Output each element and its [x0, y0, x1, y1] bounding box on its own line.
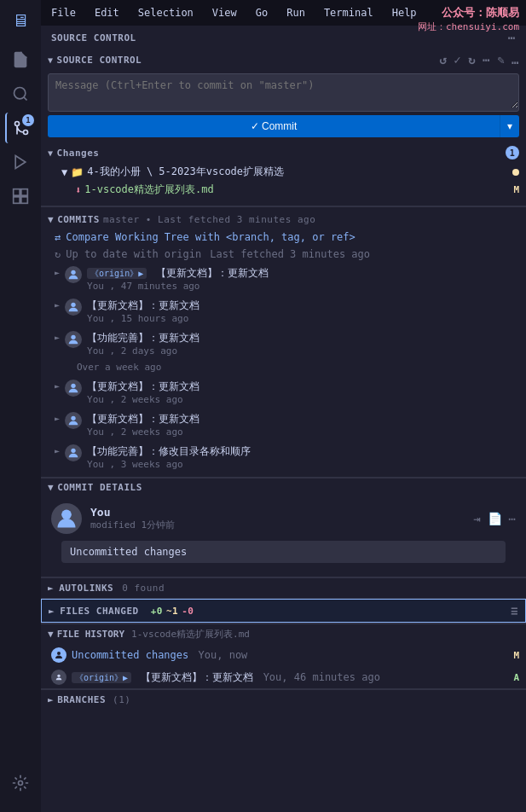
chevron-down-icon: ▼ — [48, 55, 54, 65]
changes-header[interactable]: ▼ Changes 1 — [41, 142, 526, 163]
diff-add: +0 — [151, 606, 163, 617]
svg-point-16 — [61, 510, 72, 520]
file-name: 1-vscode精选扩展列表.md — [84, 183, 213, 197]
git-lens-icon[interactable] — [5, 768, 36, 798]
up-to-date-meta: Last fetched 3 minutes ago — [210, 248, 370, 260]
search-icon[interactable] — [5, 78, 36, 109]
commit-text-3: 【功能完善】：更新文档 You , 2 days ago — [87, 331, 519, 357]
commit-text-4: 【更新文档】：更新文档 You , 2 weeks ago — [87, 380, 519, 405]
branches-header[interactable]: ► BRANCHES (1) — [41, 689, 526, 710]
menu-bar: File Edit Selection View Go Run Terminal… — [48, 5, 420, 20]
commit-details-chevron-icon: ▼ — [48, 482, 54, 493]
changes-folder-item[interactable]: ▼ 📁 4-我的小册 \ 5-2023年vscode扩展精选 — [41, 163, 526, 181]
author-time: modified 1分钟前 — [90, 519, 465, 531]
refresh-icon[interactable]: ↺ — [439, 53, 447, 67]
more-actions-icon[interactable]: ⋯ — [509, 512, 516, 525]
origin-tag-1: 《origin》▶ — [87, 268, 147, 279]
svg-rect-5 — [14, 189, 20, 196]
commit-avatar-2 — [65, 299, 82, 316]
menu-run[interactable]: Run — [283, 5, 309, 20]
commit-item-5[interactable]: ► 【更新文档】：更新文档 You , 2 weeks ago — [41, 409, 526, 441]
svg-point-10 — [71, 270, 75, 275]
branches-section: ► BRANCHES (1) — [41, 688, 526, 710]
checkmark-icon[interactable]: ✓ — [454, 53, 461, 67]
files-view-toggle-icon[interactable]: ≡ — [511, 604, 518, 618]
svg-point-18 — [57, 675, 60, 677]
files-changed-header[interactable]: ► FILES CHANGED +0 ~1 -0 ≡ — [41, 599, 526, 623]
commit-msg-3: 【功能完善】：更新文档 — [87, 331, 519, 345]
svg-point-9 — [19, 781, 23, 786]
commit-meta-3: You , 2 days ago — [87, 345, 519, 357]
history-author-1: You, now — [199, 649, 248, 661]
section-title: SOURCE CONTROL — [57, 55, 142, 66]
up-to-date-label: Up to date with origin — [66, 248, 201, 260]
commit-item-2[interactable]: ► 【更新文档】：更新文档 You , 15 hours ago — [41, 295, 526, 328]
source-control-section: ▼ SOURCE CONTROL ↺ ✓ ↻ ⋯ ✎ … ✓ Commit ▾ — [41, 49, 526, 206]
commit-item-4[interactable]: ► 【更新文档】：更新文档 You , 2 weeks ago — [41, 376, 526, 409]
files-changed-section: ► FILES CHANGED +0 ~1 -0 ≡ — [41, 598, 526, 623]
ellipsis-icon[interactable]: … — [512, 53, 519, 67]
run-debug-icon[interactable] — [5, 147, 36, 177]
file-history-title: FILE HISTORY — [57, 629, 124, 640]
changes-badge: 1 — [506, 146, 519, 160]
diff-stats: +0 ~1 -0 — [151, 606, 194, 617]
file-history-header[interactable]: ▼ FILE HISTORY 1-vscode精选扩展列表.md — [41, 624, 526, 644]
menu-go[interactable]: Go — [252, 5, 271, 20]
open-changes-icon[interactable]: ⇥ — [473, 512, 480, 525]
compare-action[interactable]: ⇄ Compare Working Tree with <branch, tag… — [41, 229, 526, 246]
history-origin-tag: 《origin》▶ — [72, 672, 131, 683]
title-bar: File Edit Selection View Go Run Terminal… — [41, 0, 526, 26]
history-avatar-2 — [51, 670, 66, 685]
commit-details-header[interactable]: ▼ COMMIT DETAILS — [41, 478, 526, 496]
commits-section: ▼ COMMITS master • Last fetched 3 minute… — [41, 206, 526, 477]
menu-selection[interactable]: Selection — [135, 5, 197, 20]
open-file-icon[interactable]: 📄 — [488, 512, 502, 525]
svg-rect-6 — [21, 189, 28, 196]
menu-edit[interactable]: Edit — [91, 5, 123, 20]
compare-icon: ⇄ — [55, 231, 61, 243]
svg-point-2 — [24, 130, 28, 135]
autolinks-count: 0 found — [122, 583, 165, 594]
history-msg-1: Uncommitted changes — [72, 649, 188, 661]
menu-view[interactable]: View — [209, 5, 240, 20]
svg-point-0 — [14, 88, 26, 99]
autolinks-header[interactable]: ► AUTOLINKS 0 found — [41, 578, 526, 598]
up-to-date-row: ↻ Up to date with origin Last fetched 3 … — [41, 246, 526, 263]
commit-message-input[interactable] — [49, 74, 518, 108]
extensions-icon[interactable] — [5, 181, 36, 212]
commit-item-3[interactable]: ► 【功能完善】：更新文档 You , 2 days ago Over a we… — [41, 328, 526, 376]
explorer-icon[interactable] — [5, 44, 36, 75]
changes-file-item[interactable]: ⬇ 1-vscode精选扩展列表.md M — [41, 181, 526, 199]
autolinks-chevron-icon: ► — [48, 583, 54, 594]
menu-file[interactable]: File — [48, 5, 79, 20]
file-icon: ⬇ — [75, 184, 81, 196]
more-icon[interactable]: ⋯ — [483, 53, 490, 67]
commit-avatar-4 — [65, 380, 82, 397]
history-text-1: Uncommitted changes You, now — [72, 649, 508, 661]
svg-point-17 — [57, 652, 61, 655]
source-control-section-header[interactable]: ▼ SOURCE CONTROL ↺ ✓ ↻ ⋯ ✎ … — [41, 49, 526, 70]
commits-header[interactable]: ▼ COMMITS master • Last fetched 3 minute… — [41, 211, 526, 229]
svg-rect-8 — [21, 197, 28, 204]
commit-item-1[interactable]: ► 《origin》▶ 【更新文档】：更新文档 You , 47 minutes… — [41, 263, 526, 295]
section-icons: ↺ ✓ ↻ ⋯ ✎ … — [439, 53, 519, 67]
commit-meta-1: You , 47 minutes ago — [87, 281, 519, 292]
edit-icon[interactable]: ✎ — [497, 53, 505, 67]
compare-label: Compare Working Tree with <branch, tag, … — [66, 231, 355, 243]
commit-item-6[interactable]: ► 【功能完善】：修改目录各称和顺序 You , 3 weeks ago — [41, 441, 526, 473]
file-history-filename: 1-vscode精选扩展列表.md — [131, 628, 250, 641]
discard-icon[interactable]: ↻ — [468, 53, 476, 67]
menu-help[interactable]: Help — [389, 5, 420, 20]
commit-msg-4: 【更新文档】：更新文档 — [87, 380, 519, 394]
svg-rect-7 — [14, 197, 20, 204]
svg-point-15 — [71, 449, 75, 453]
history-item-1[interactable]: Uncommitted changes You, now M — [41, 644, 526, 666]
folder-badge-dot — [512, 169, 519, 176]
history-item-2[interactable]: 《origin》▶ 【更新文档】：更新文档 You, 46 minutes ag… — [41, 666, 526, 688]
commit-dropdown-button[interactable]: ▾ — [500, 115, 519, 137]
history-author-2: You, 46 minutes ago — [263, 671, 380, 683]
menu-terminal[interactable]: Terminal — [321, 5, 377, 20]
source-control-icon[interactable]: 1 — [5, 113, 36, 143]
commit-button[interactable]: ✓ Commit — [48, 115, 500, 137]
commit-text-1: 《origin》▶ 【更新文档】：更新文档 You , 47 minutes a… — [87, 266, 519, 292]
